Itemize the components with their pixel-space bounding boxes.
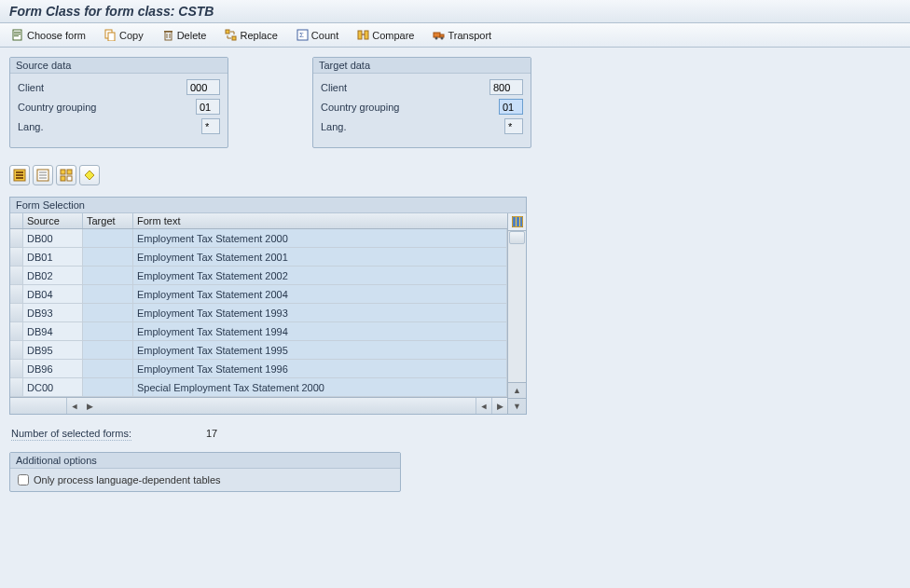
grid-sidebar: ▲ ▼ xyxy=(507,213,526,414)
row-selector[interactable] xyxy=(10,360,23,377)
hscroll-right-inner-icon[interactable]: ▶ xyxy=(82,398,98,414)
svg-rect-29 xyxy=(61,170,65,174)
target-lang-input[interactable] xyxy=(504,118,523,134)
col-text-header[interactable]: Form text xyxy=(133,213,507,228)
selection-iconbar xyxy=(9,165,901,185)
cell-formtext: Employment Tax Statement 2002 xyxy=(133,267,507,284)
source-lang-input[interactable] xyxy=(201,118,220,134)
vertical-scrollbar[interactable] xyxy=(508,231,526,382)
table-row[interactable]: DB93Employment Tax Statement 1993 xyxy=(10,304,507,322)
col-source-header[interactable]: Source xyxy=(23,213,83,228)
svg-text:Σ: Σ xyxy=(299,31,304,39)
svg-rect-14 xyxy=(358,31,362,39)
row-selector[interactable] xyxy=(10,341,23,359)
cell-source: DB02 xyxy=(23,267,83,284)
target-data-panel: Target data Client Country grouping Lang… xyxy=(312,57,531,148)
cell-formtext: Employment Tax Statement 2000 xyxy=(133,229,507,247)
row-selector[interactable] xyxy=(10,322,23,340)
cell-source: DB00 xyxy=(23,229,83,247)
lang-tables-checkbox[interactable] xyxy=(18,474,29,485)
configure-columns-button[interactable] xyxy=(508,213,526,231)
table-row[interactable]: DB01Employment Tax Statement 2001 xyxy=(10,248,507,267)
target-cg-label: Country grouping xyxy=(321,102,499,113)
lang-tables-checkbox-row[interactable]: Only process language-dependent tables xyxy=(18,474,393,485)
deselect-all-button[interactable] xyxy=(33,165,53,185)
row-selector[interactable] xyxy=(10,248,23,266)
hscroll-right-icon[interactable]: ▶ xyxy=(491,398,507,414)
row-selector[interactable] xyxy=(10,378,23,396)
hscroll-left-icon[interactable]: ◄ xyxy=(66,398,82,414)
table-row[interactable]: DB96Employment Tax Statement 1996 xyxy=(10,360,507,378)
replace-button[interactable]: Replace xyxy=(218,26,283,44)
cell-formtext: Special Employment Tax Statement 2000 xyxy=(133,378,507,396)
row-selector[interactable] xyxy=(10,267,23,284)
source-data-panel: Source data Client Country grouping Lang… xyxy=(9,57,228,148)
svg-rect-24 xyxy=(16,177,23,179)
grid-header: Source Target Form text xyxy=(10,213,507,229)
row-selector[interactable] xyxy=(10,285,23,303)
selected-count-value: 17 xyxy=(206,428,217,439)
cell-target xyxy=(83,304,133,321)
svg-rect-31 xyxy=(61,176,65,181)
cell-formtext: Employment Tax Statement 1995 xyxy=(133,341,507,359)
scroll-up-icon[interactable]: ▲ xyxy=(508,382,526,398)
scroll-down-icon[interactable]: ▼ xyxy=(508,398,526,414)
cell-target xyxy=(83,378,133,396)
delete-button[interactable]: Delete xyxy=(156,26,214,44)
form-selection-panel: Form Selection Source Target Form text D… xyxy=(9,197,527,415)
grid-body: DB00Employment Tax Statement 2000DB01Emp… xyxy=(10,229,507,397)
copy-button[interactable]: Copy xyxy=(98,26,150,44)
svg-rect-2 xyxy=(14,34,21,34)
window-header: Form Class for form class: CSTB xyxy=(0,0,910,23)
svg-rect-23 xyxy=(16,174,23,176)
svg-point-19 xyxy=(435,37,438,40)
cell-source: DB94 xyxy=(23,322,83,340)
hscroll-left2-icon[interactable]: ◄ xyxy=(476,398,491,414)
svg-rect-3 xyxy=(14,35,19,36)
cell-source: DB96 xyxy=(23,360,83,377)
svg-rect-10 xyxy=(226,30,229,34)
svg-rect-34 xyxy=(513,217,516,226)
svg-rect-11 xyxy=(232,36,236,40)
svg-rect-36 xyxy=(520,217,522,226)
row-selector[interactable] xyxy=(10,304,23,321)
select-block-button[interactable] xyxy=(56,165,76,185)
trash-icon xyxy=(162,29,174,41)
table-row[interactable]: DB95Employment Tax Statement 1995 xyxy=(10,341,507,360)
cell-formtext: Employment Tax Statement 1996 xyxy=(133,360,507,377)
cell-formtext: Employment Tax Statement 2004 xyxy=(133,285,507,303)
app-toolbar: Choose form Copy Delete Replace Σ Count … xyxy=(0,23,910,48)
additional-options-panel: Additional options Only process language… xyxy=(9,452,401,492)
svg-rect-35 xyxy=(517,217,519,226)
compare-button[interactable]: Compare xyxy=(351,26,421,44)
svg-rect-5 xyxy=(108,33,115,41)
table-row[interactable]: DC00Special Employment Tax Statement 200… xyxy=(10,378,507,397)
source-client-label: Client xyxy=(18,82,186,93)
col-selector-header[interactable] xyxy=(10,213,23,228)
choose-form-button[interactable]: Choose form xyxy=(6,26,92,44)
col-target-header[interactable]: Target xyxy=(83,213,133,228)
target-cg-input[interactable] xyxy=(499,99,523,115)
options-title: Additional options xyxy=(10,453,400,469)
cell-target xyxy=(83,341,133,359)
source-cg-input[interactable] xyxy=(196,99,220,115)
table-row[interactable]: DB02Employment Tax Statement 2002 xyxy=(10,267,507,285)
scrollbar-thumb[interactable] xyxy=(509,231,525,244)
target-client-label: Client xyxy=(321,82,489,93)
form-icon xyxy=(12,29,24,41)
count-button[interactable]: Σ Count xyxy=(290,26,345,44)
count-icon: Σ xyxy=(296,29,309,41)
row-selector[interactable] xyxy=(10,229,23,247)
expand-button[interactable] xyxy=(79,165,100,185)
cell-target xyxy=(83,267,133,284)
transport-button[interactable]: Transport xyxy=(426,26,498,44)
table-row[interactable]: DB94Employment Tax Statement 1994 xyxy=(10,322,507,341)
target-client-input[interactable] xyxy=(489,79,523,95)
table-row[interactable]: DB04Employment Tax Statement 2004 xyxy=(10,285,507,304)
cell-source: DB93 xyxy=(23,304,83,321)
svg-rect-1 xyxy=(14,32,21,33)
horizontal-scrollbar[interactable]: ◄ ▶ ◄ ▶ xyxy=(10,397,507,414)
select-all-button[interactable] xyxy=(9,165,30,185)
table-row[interactable]: DB00Employment Tax Statement 2000 xyxy=(10,229,507,248)
source-client-input[interactable] xyxy=(186,79,220,95)
